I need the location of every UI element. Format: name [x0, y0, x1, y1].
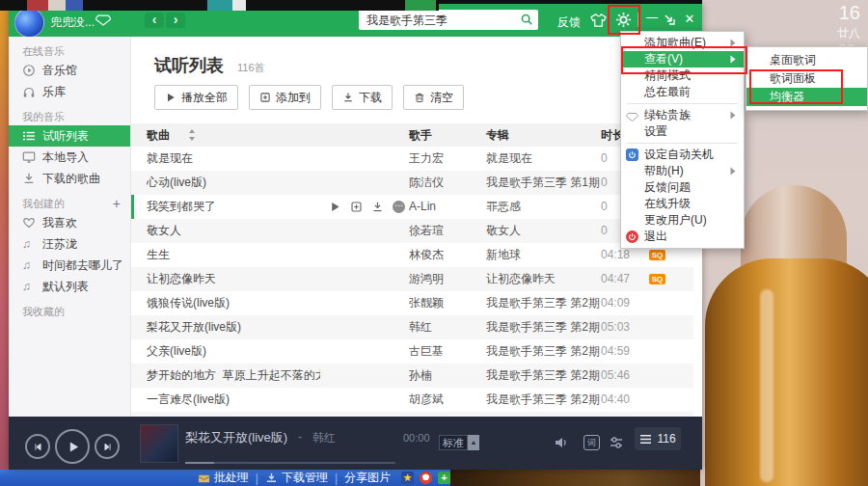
playlist-toggle[interactable]: 116 — [635, 427, 681, 450]
add-playlist-icon[interactable]: + — [113, 195, 121, 212]
skin-icon[interactable] — [590, 13, 607, 28]
search-icon[interactable] — [520, 13, 533, 26]
lyrics-icon[interactable]: 词 — [583, 435, 600, 450]
table-row[interactable]: 一言难尽(live版)胡彦斌我是歌手第三季 第2期04:40 — [131, 388, 693, 412]
menu-item-11[interactable]: 在线升级 — [621, 196, 744, 212]
menu-item-label: 设置 — [644, 124, 667, 138]
wallpaper-left-sliver — [0, 0, 9, 486]
strip-fragment — [48, 0, 66, 11]
table-row[interactable]: 就是现在王力宏就是现在0 — [131, 147, 693, 171]
menu-item-8[interactable]: 设定自动关机 — [621, 147, 744, 163]
sidebar-item-1-s0[interactable]: 乐库 — [9, 81, 130, 102]
qzone-star-icon[interactable]: ★ — [401, 472, 414, 484]
table-row[interactable]: 让初恋像昨天游鸿明让初恋像昨天04:47SQ — [131, 267, 693, 291]
table-row[interactable]: 父亲(live版)古巨基我是歌手第三季 第2期04:59 — [131, 339, 693, 364]
action-button-3[interactable]: 清空 — [403, 85, 464, 110]
next-button[interactable] — [95, 434, 120, 459]
previous-button[interactable] — [25, 434, 50, 459]
add-green-icon[interactable]: + — [438, 472, 450, 484]
taskbar: 批处理|下载管理|分享图片 ★ + — [0, 470, 450, 486]
vip-diamond-icon[interactable] — [95, 14, 111, 26]
now-playing-artist[interactable]: 韩红 — [312, 430, 336, 446]
sq-quality-badge: SQ — [649, 250, 665, 260]
weibo-icon[interactable] — [420, 472, 432, 484]
table-row[interactable]: 我笑到都哭了⋯A-Lin罪恶感0 — [131, 195, 693, 219]
row-download-icon[interactable] — [371, 201, 384, 213]
row-play-icon[interactable] — [329, 201, 341, 213]
table-row[interactable]: 梦开始的地方 草原上升起不落的太阳(live版)孙楠我是歌手第三季 第2期05:… — [131, 364, 693, 388]
taskbar-item-2[interactable]: 分享图片 — [344, 470, 391, 486]
menu-item-label: 反馈问题 — [644, 180, 691, 194]
action-button-2[interactable]: 下载 — [332, 85, 393, 110]
song-title: 一言难尽(live版) — [147, 388, 320, 412]
sidebar-item-1-s1[interactable]: 本地导入 — [9, 147, 130, 168]
sidebar-item-label: 默认列表 — [42, 276, 89, 297]
column-artist[interactable]: 歌手 — [409, 123, 432, 147]
song-artist: 王力宏 — [409, 147, 481, 171]
power-red-icon — [626, 230, 638, 243]
sidebar-item-3-s2[interactable]: ♫默认列表 — [9, 276, 130, 297]
close-button[interactable]: ✕ — [681, 12, 698, 29]
table-row[interactable]: 敬女人徐若瑄敬女人0 — [131, 219, 693, 243]
forward-button[interactable]: › — [166, 13, 185, 28]
menu-item-10[interactable]: 反馈问题 — [621, 179, 744, 196]
calendar-day: 16 — [839, 2, 860, 24]
sidebar-section-label-text: 在线音乐 — [22, 45, 65, 57]
submenu-item-0[interactable]: 桌面歌词 — [746, 51, 867, 69]
sidebar-item-1-s2[interactable]: ♫汪苏泷 — [9, 233, 130, 255]
menu-item-6[interactable]: 设置 — [621, 123, 744, 140]
feedback-link[interactable]: 反馈 — [557, 14, 581, 31]
mini-mode-icon[interactable] — [663, 13, 676, 26]
taskbar-item-label: 批处理 — [214, 470, 249, 486]
quality-selector[interactable]: 标准 ▲ — [439, 435, 479, 450]
progress-bar[interactable] — [185, 462, 395, 464]
song-artist: 游鸿明 — [409, 267, 481, 291]
row-add-icon[interactable] — [350, 201, 363, 213]
song-title: 梨花又开放(live版) — [147, 315, 320, 339]
table-row[interactable]: 生生林俊杰新地球04:18SQ — [131, 243, 693, 267]
table-row[interactable]: 梨花又开放(live版)韩红我是歌手第三季 第2期05:03 — [131, 315, 693, 339]
playlist-icon — [639, 434, 652, 445]
column-song[interactable]: 歌曲 — [147, 123, 170, 147]
mixer-icon[interactable] — [609, 435, 624, 450]
progress-bar-lead — [185, 462, 214, 464]
table-row[interactable]: 饿狼传说(live版)张靓颖我是歌手第三季 第2期04:09 — [131, 291, 693, 315]
menu-item-13[interactable]: 退出 — [621, 229, 744, 245]
sort-icon[interactable] — [188, 128, 196, 142]
song-title: 父亲(live版) — [147, 339, 320, 364]
back-button[interactable]: ‹ — [145, 13, 164, 28]
taskbar-item-0[interactable]: 批处理 — [198, 470, 249, 486]
taskbar-item-1[interactable]: 下载管理 — [265, 470, 328, 486]
action-button-1[interactable]: 添加到 — [249, 85, 321, 110]
action-button-0[interactable]: 播放全部 — [154, 85, 238, 110]
column-album[interactable]: 专辑 — [486, 123, 509, 147]
sidebar-item-0-s1[interactable]: 试听列表 — [9, 125, 130, 147]
minimize-button[interactable]: — — [643, 11, 661, 28]
menu-item-9[interactable]: 帮助(H) — [621, 163, 744, 179]
row-more-icon[interactable]: ⋯ — [393, 201, 405, 213]
submenu-arrow-icon — [730, 111, 736, 120]
strip-fragment — [232, 0, 246, 11]
avatar[interactable] — [14, 8, 44, 38]
menu-item-3[interactable]: 总在最前 — [621, 84, 744, 100]
menu-item-5[interactable]: 绿钻贵族 — [621, 107, 744, 123]
sidebar-item-label: 我喜欢 — [42, 212, 77, 233]
play-button[interactable] — [55, 429, 90, 464]
playlist-icon — [22, 129, 36, 143]
menu-item-12[interactable]: 更改用户(U) — [621, 212, 744, 229]
sidebar-item-2-s2[interactable]: ♫时间都去哪儿了 — [9, 255, 130, 276]
username[interactable]: 兜兜没... — [50, 14, 95, 31]
action-button-label: 清空 — [430, 90, 453, 106]
playlist-count: 116 — [657, 432, 675, 446]
sidebar-item-2-s1[interactable]: 下载的歌曲 — [9, 168, 130, 189]
song-artist: 胡彦斌 — [409, 388, 481, 412]
volume-icon[interactable] — [554, 435, 569, 450]
sidebar-item-0-s0[interactable]: 音乐馆 — [9, 60, 130, 81]
quality-label: 标准 — [439, 435, 468, 450]
table-row[interactable]: 心动(live版)陈洁仪我是歌手第三季 第1期0 — [131, 171, 693, 195]
time-elapsed: 00:00 — [403, 432, 430, 444]
album-art[interactable] — [140, 424, 178, 463]
sidebar-item-0-s2[interactable]: 我喜欢 — [9, 212, 130, 233]
search-input[interactable] — [365, 10, 513, 32]
menu-item-label: 在线升级 — [644, 197, 691, 210]
